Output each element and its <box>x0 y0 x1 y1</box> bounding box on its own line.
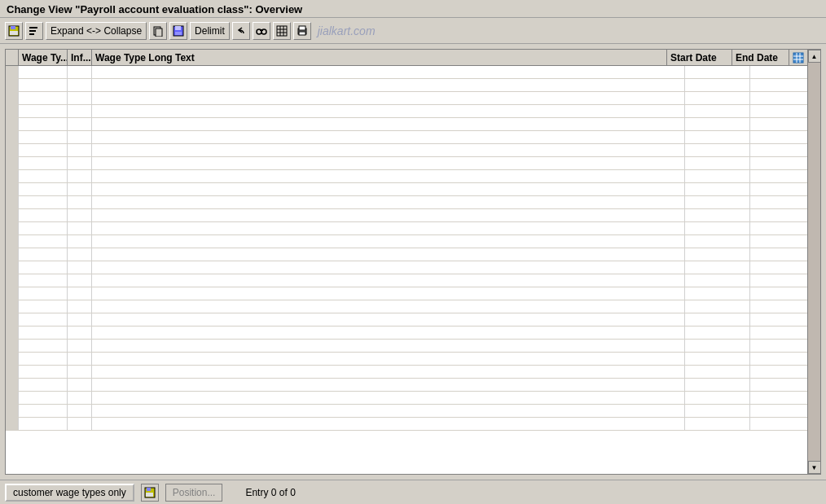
position-icon[interactable] <box>141 484 159 502</box>
cell-wage-type-16 <box>19 274 68 287</box>
cell-inf-0 <box>68 66 92 78</box>
row-selector-7 <box>6 157 19 169</box>
copy-icon-btn[interactable] <box>149 22 167 40</box>
cell-wage-type-17 <box>19 287 68 300</box>
cell-end-date-16 <box>750 274 807 287</box>
col-header-inf: Inf... <box>68 50 92 65</box>
grid-icon-btn[interactable] <box>273 22 291 40</box>
cell-start-date-23 <box>685 366 750 378</box>
table-row[interactable] <box>6 327 807 340</box>
scroll-up-btn[interactable] <box>808 50 821 63</box>
table-row[interactable] <box>6 366 807 379</box>
table-body <box>6 66 807 474</box>
row-selector-14 <box>6 248 19 261</box>
cell-start-date-12 <box>685 222 750 234</box>
cell-long-text-13 <box>92 235 685 248</box>
floppy-icon-btn[interactable] <box>169 22 187 40</box>
cell-inf-1 <box>68 79 92 91</box>
delimit-button[interactable]: Delimit <box>190 22 230 40</box>
table-row[interactable] <box>6 144 807 157</box>
position-button[interactable]: Position... <box>165 484 223 502</box>
cell-wage-type-24 <box>19 379 68 391</box>
svg-rect-22 <box>793 53 803 63</box>
cell-start-date-27 <box>685 418 750 430</box>
cell-long-text-10 <box>92 196 685 208</box>
row-selector-4 <box>6 118 19 130</box>
cell-inf-8 <box>68 170 92 182</box>
row-selector-0 <box>6 66 19 78</box>
table-row[interactable] <box>6 196 807 209</box>
table-row[interactable] <box>6 248 807 261</box>
svg-rect-14 <box>277 26 287 36</box>
cell-end-date-20 <box>750 327 807 339</box>
cell-long-text-7 <box>92 157 685 169</box>
table-row[interactable] <box>6 392 807 405</box>
cell-long-text-21 <box>92 340 685 352</box>
binoculars-icon-btn[interactable] <box>253 22 270 40</box>
table-row[interactable] <box>6 209 807 222</box>
table-row[interactable] <box>6 340 807 353</box>
row-selector-18 <box>6 300 19 313</box>
cell-wage-type-25 <box>19 392 68 404</box>
row-selector-27 <box>6 418 19 430</box>
cell-long-text-25 <box>92 392 685 404</box>
print-icon-btn[interactable] <box>293 22 311 40</box>
cell-inf-6 <box>68 144 92 156</box>
table-row[interactable] <box>6 131 807 144</box>
table-row[interactable] <box>6 405 807 418</box>
cell-long-text-26 <box>92 405 685 417</box>
cell-inf-17 <box>68 287 92 300</box>
table-row[interactable] <box>6 118 807 131</box>
svg-rect-29 <box>146 493 153 497</box>
cell-end-date-10 <box>750 196 807 208</box>
table-row[interactable] <box>6 92 807 105</box>
table-row[interactable] <box>6 79 807 92</box>
table-row[interactable] <box>6 235 807 248</box>
row-selector-3 <box>6 105 19 117</box>
table-row[interactable] <box>6 313 807 327</box>
data-table: Wage Ty... Inf... Wage Type Long Text St… <box>5 49 821 475</box>
status-bar: customer wage types only Position... Ent… <box>0 480 826 504</box>
customer-wage-types-button[interactable]: customer wage types only <box>5 484 134 502</box>
cell-start-date-2 <box>685 92 750 104</box>
table-row[interactable] <box>6 379 807 392</box>
table-row[interactable] <box>6 418 807 431</box>
table-row[interactable] <box>6 170 807 183</box>
undo-icon-btn[interactable] <box>232 22 250 40</box>
table-row[interactable] <box>6 261 807 274</box>
cell-wage-type-22 <box>19 353 68 365</box>
table-row[interactable] <box>6 353 807 366</box>
cell-long-text-8 <box>92 170 685 182</box>
cell-long-text-1 <box>92 79 685 91</box>
table-row[interactable] <box>6 300 807 313</box>
scroll-down-btn[interactable] <box>808 461 821 474</box>
table-row[interactable] <box>6 183 807 196</box>
cell-start-date-13 <box>685 235 750 248</box>
content-area: Wage Ty... Inf... Wage Type Long Text St… <box>0 44 826 480</box>
col-settings-btn[interactable] <box>789 50 807 65</box>
table-row[interactable] <box>6 66 807 79</box>
save-icon-btn[interactable] <box>5 22 23 40</box>
cell-wage-type-14 <box>19 248 68 261</box>
table-row[interactable] <box>6 105 807 118</box>
table-row[interactable] <box>6 222 807 235</box>
cell-start-date-20 <box>685 327 750 339</box>
vertical-scrollbar[interactable] <box>807 50 820 474</box>
find-icon-btn[interactable] <box>25 22 43 40</box>
row-selector-15 <box>6 261 19 274</box>
row-selector-17 <box>6 287 19 300</box>
cell-long-text-0 <box>92 66 685 78</box>
svg-rect-13 <box>260 29 263 31</box>
svg-rect-10 <box>175 32 182 35</box>
cell-start-date-22 <box>685 353 750 365</box>
table-row[interactable] <box>6 274 807 287</box>
table-row[interactable] <box>6 287 807 300</box>
cell-long-text-11 <box>92 209 685 221</box>
expand-collapse-button[interactable]: Expand <-> Collapse <box>46 22 147 40</box>
cell-start-date-17 <box>685 287 750 300</box>
table-row[interactable] <box>6 157 807 170</box>
scroll-track[interactable] <box>808 63 821 461</box>
cell-end-date-4 <box>750 118 807 130</box>
cell-end-date-21 <box>750 340 807 352</box>
cell-long-text-12 <box>92 222 685 234</box>
